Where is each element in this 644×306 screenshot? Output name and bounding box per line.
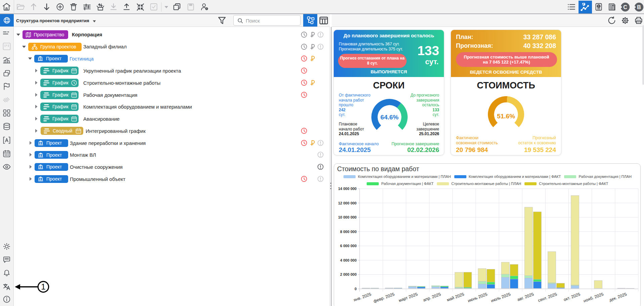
svg-text:сент. 2025: сент. 2025 [538, 292, 558, 303]
svg-text:апр. 2025: апр. 2025 [422, 292, 442, 303]
svg-text:8 000 000: 8 000 000 [340, 230, 357, 234]
svg-text:C: C [623, 4, 627, 10]
svg-text:6 000 000: 6 000 000 [340, 244, 357, 248]
svg-text:51.6%: 51.6% [497, 113, 515, 120]
svg-text:нояб. 2025: нояб. 2025 [583, 292, 604, 304]
svg-text:февр. 2025: февр. 2025 [373, 292, 395, 304]
svg-text:B: B [637, 4, 641, 10]
svg-text:4 000 000: 4 000 000 [340, 258, 357, 262]
svg-text:14 000 000: 14 000 000 [338, 187, 357, 191]
svg-text:март 2025: март 2025 [398, 292, 418, 303]
svg-text:10 000 000: 10 000 000 [338, 215, 357, 219]
svg-text:июль 2025: июль 2025 [490, 292, 511, 303]
svg-text:июнь 2025: июнь 2025 [467, 292, 488, 303]
svg-text:янв. 2025: янв. 2025 [353, 292, 372, 303]
svg-text:12 000 000: 12 000 000 [338, 201, 357, 205]
svg-text:окт. 2025: окт. 2025 [563, 292, 581, 302]
svg-text:май 2025: май 2025 [446, 292, 465, 303]
svg-text:2 000 000: 2 000 000 [340, 272, 357, 276]
svg-text:0: 0 [355, 287, 357, 291]
svg-text:64.6%: 64.6% [380, 114, 399, 121]
svg-text:дек. 2025: дек. 2025 [609, 292, 628, 303]
svg-text:1: 1 [41, 282, 45, 291]
svg-text:авг. 2025: авг. 2025 [517, 292, 535, 302]
